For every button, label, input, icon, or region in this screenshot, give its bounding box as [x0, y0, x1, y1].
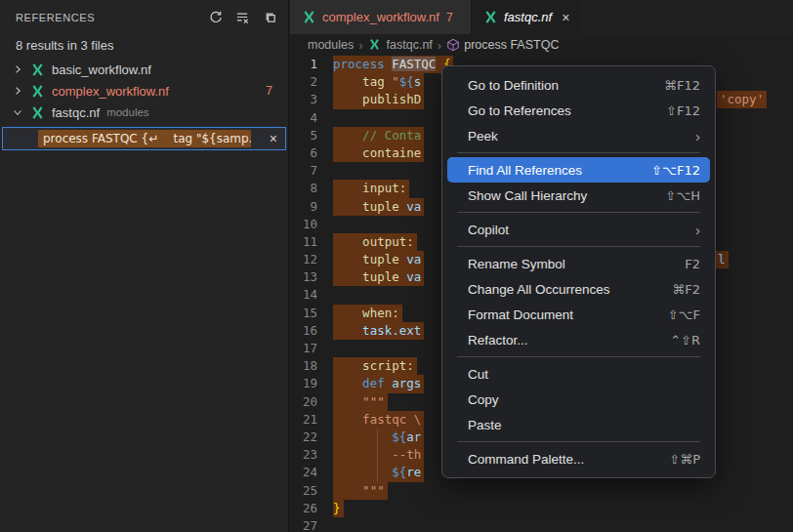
- menu-item-find-all-references[interactable]: Find All References⇧⌥F12: [447, 157, 710, 183]
- menu-separator: [457, 246, 700, 247]
- results-summary: 8 results in 3 files: [0, 34, 288, 59]
- chevron-right-icon[interactable]: [10, 83, 25, 99]
- shortcut-label: ⇧⌥F: [668, 307, 700, 322]
- indent-guide: [377, 429, 378, 482]
- sidebar-header: REFERENCES: [0, 0, 288, 34]
- sidebar-item-fastqc[interactable]: fastqc.nf modules: [0, 102, 288, 123]
- collapse-all-icon[interactable]: [261, 9, 278, 26]
- sidebar-actions: [206, 9, 280, 26]
- refresh-icon[interactable]: [206, 9, 224, 26]
- references-sidebar: REFERENCES 8 results in 3 files: [0, 0, 289, 532]
- sidebar-title: REFERENCES: [16, 12, 206, 23]
- code-fragment-l: l: [715, 251, 729, 268]
- tab-problem-badge: 7: [446, 11, 453, 24]
- menu-item-go-to-references[interactable]: Go to References⇧F12: [447, 98, 710, 123]
- tab-label: complex_workflow.nf: [322, 10, 439, 24]
- breadcrumb-file[interactable]: fastqc.nf: [387, 38, 433, 52]
- nextflow-file-icon: [368, 38, 383, 52]
- menu-item-go-to-definition[interactable]: Go to Definition⌘F12: [447, 72, 710, 98]
- sidebar-item-basic-workflow[interactable]: basic_workflow.nf: [0, 59, 288, 80]
- menu-item-peek[interactable]: Peek›: [447, 123, 710, 148]
- chevron-right-icon[interactable]: [10, 61, 25, 77]
- vscode-window: REFERENCES 8 results in 3 files: [0, 0, 793, 532]
- menu-item-copilot[interactable]: Copilot›: [447, 217, 710, 242]
- menu-item-copy[interactable]: Copy: [447, 387, 710, 412]
- nextflow-file-icon: [483, 10, 498, 24]
- chevron-down-icon[interactable]: [10, 104, 25, 120]
- breadcrumb: modules › fastqc.nf › process FASTQC: [290, 34, 793, 56]
- menu-item-command-palette[interactable]: Command Palette...⇧⌘P: [447, 446, 710, 471]
- sidebar-item-complex-workflow[interactable]: complex_workflow.nf 7: [0, 80, 288, 102]
- submenu-chevron-icon: ›: [695, 128, 700, 144]
- shortcut-label: ⌘F2: [672, 282, 700, 297]
- nextflow-file-icon: [30, 105, 45, 120]
- line-number: 1: [290, 56, 333, 73]
- file-name: fastqc.nf: [52, 105, 100, 120]
- selected-symbol: FASTQC: [392, 57, 436, 71]
- code-line: 25 """: [290, 482, 793, 500]
- menu-item-cut[interactable]: Cut: [447, 361, 710, 387]
- shortcut-label: ⇧F12: [666, 103, 700, 118]
- clear-results-icon[interactable]: [233, 9, 251, 26]
- result-count-badge: 7: [266, 84, 278, 98]
- shortcut-label: ⇧⌥F12: [651, 163, 700, 178]
- shortcut-label: F2: [685, 257, 700, 271]
- menu-separator: [457, 152, 700, 153]
- file-name: basic_workflow.nf: [52, 62, 151, 77]
- tab-fastqc[interactable]: fastqc.nf ×: [472, 0, 581, 34]
- menu-item-change-all-occurrences[interactable]: Change All Occurrences⌘F2: [447, 276, 710, 302]
- menu-item-show-call-hierarchy[interactable]: Show Call Hierarchy⇧⌥H: [447, 183, 710, 208]
- breadcrumb-separator: ›: [438, 38, 441, 53]
- dismiss-result-icon[interactable]: ×: [270, 132, 277, 145]
- menu-item-rename-symbol[interactable]: Rename SymbolF2: [447, 251, 710, 276]
- breadcrumb-separator: ›: [358, 38, 362, 53]
- file-name: complex_workflow.nf: [52, 84, 169, 99]
- menu-item-paste[interactable]: Paste: [447, 412, 710, 437]
- nextflow-file-icon: [30, 62, 45, 77]
- breadcrumb-symbol-label: process FASTQC: [464, 38, 559, 52]
- symbol-cube-icon: [446, 38, 460, 52]
- selected-reference-result[interactable]: process FASTQC {↵ tag "${samp... ×: [2, 127, 286, 150]
- code-fragment-copy: 'copy': [717, 91, 767, 108]
- menu-item-refactor[interactable]: Refactor...⌃⇧R: [447, 327, 710, 352]
- tab-complex-workflow[interactable]: complex_workflow.nf 7: [290, 0, 472, 34]
- nextflow-file-icon: [302, 10, 316, 24]
- code-line: 27: [290, 517, 793, 532]
- shortcut-label: ⇧⌘P: [669, 452, 700, 467]
- menu-separator: [457, 212, 700, 213]
- breadcrumb-folder[interactable]: modules: [308, 38, 354, 52]
- reference-match-text: process FASTQC {↵ tag "${samp...: [38, 130, 251, 147]
- tab-label: fastqc.nf: [504, 10, 552, 24]
- shortcut-label: ⌘F12: [664, 78, 700, 93]
- nextflow-file-icon: [30, 84, 45, 99]
- shortcut-label: ⌃⇧R: [670, 333, 700, 348]
- tab-bar: complex_workflow.nf 7 fastqc.nf ×: [290, 0, 793, 34]
- menu-separator: [457, 356, 700, 357]
- shortcut-label: ⇧⌥H: [665, 188, 700, 203]
- context-menu: Go to Definition⌘F12 Go to References⇧F1…: [441, 65, 716, 478]
- close-tab-icon[interactable]: ×: [562, 11, 569, 24]
- menu-item-format-document[interactable]: Format Document⇧⌥F: [447, 302, 710, 327]
- file-path-description: modules: [106, 106, 148, 118]
- submenu-chevron-icon: ›: [695, 222, 700, 238]
- menu-separator: [457, 441, 700, 442]
- code-line: 26}: [290, 500, 793, 517]
- breadcrumb-symbol[interactable]: process FASTQC: [446, 38, 559, 52]
